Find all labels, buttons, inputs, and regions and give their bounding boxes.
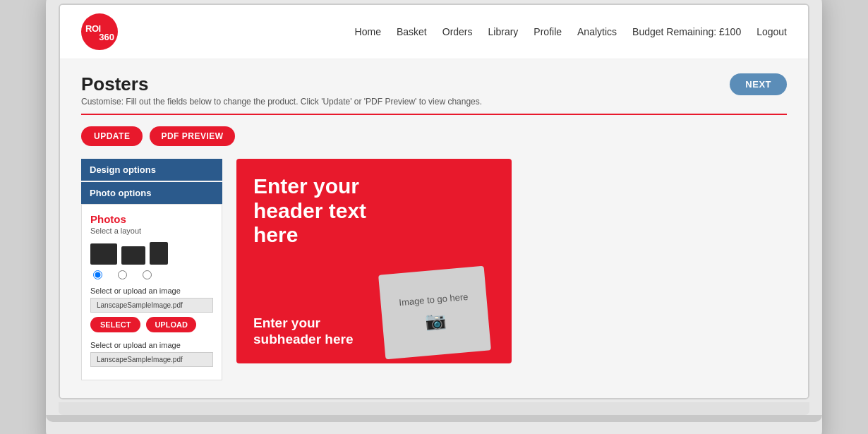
update-button[interactable]: UPDATE [81,126,143,146]
nav-profile-link[interactable]: Profile [534,26,562,37]
pdf-preview-button[interactable]: PDF PREVIEW [150,126,234,146]
select-upload-label-1: Select or upload an image [90,287,213,295]
poster-preview: Enter your header text here Enter your s… [236,159,512,363]
layout-thumb-double[interactable] [121,246,145,265]
page-subtitle: Customise: Fill out the fields below to … [81,97,482,107]
roi360-logo: ROI 360 [81,13,118,50]
logo-container: ROI 360 [81,13,118,50]
radio-layout-3[interactable] [143,270,152,279]
laptop-frame: ROI 360 Home Basket Orders Library Profi… [46,0,822,434]
layout-thumb-single[interactable] [90,243,117,265]
photo-options-header: Photo options [81,182,222,204]
design-options-header: Design options [81,159,222,181]
main-content-area: Posters Customise: Fill out the fields b… [60,59,808,398]
poster-image-placeholder-text: Image to go here [399,291,469,308]
photos-panel: Photos Select a layout Select or u [81,204,222,380]
action-buttons-row: UPDATE PDF PREVIEW [81,126,787,146]
preview-area: Enter your header text here Enter your s… [236,159,787,380]
file-display-1: LanscapeSampleImage.pdf [90,298,213,313]
page-title: Posters [81,73,482,95]
file-display-2: LanscapeSampleImage.pdf [90,352,213,367]
layout-thumb-portrait[interactable] [150,242,168,265]
nav-home-link[interactable]: Home [355,26,381,37]
nav-orders-link[interactable]: Orders [442,26,473,37]
radio-layout-1[interactable] [93,270,102,279]
nav-library-link[interactable]: Library [488,26,519,37]
nav-budget-display: Budget Remaining: £100 [632,26,741,37]
laptop-base [46,415,822,422]
content-area: Design options Photo options Photos Sele… [81,159,787,380]
select-upload-btn-row-1: SELECT UPLOAD [90,317,213,332]
page-header-text: Posters Customise: Fill out the fields b… [81,73,482,107]
upload-button-1[interactable]: UPLOAD [146,317,195,332]
photos-heading: Photos [90,213,213,225]
camera-icon: 📷 [424,311,447,332]
select-upload-label-2: Select or upload an image [90,341,213,349]
main-nav: Home Basket Orders Library Profile Analy… [355,26,787,37]
poster-bottom-row: Enter your subheader here Image to go he… [253,270,495,348]
poster-subheader-text: Enter your subheader here [253,315,374,348]
logo-360-text: 360 [99,32,114,42]
nav-analytics-link[interactable]: Analytics [577,26,617,37]
laptop-screen: ROI 360 Home Basket Orders Library Profi… [59,4,809,399]
select-button-1[interactable]: SELECT [90,317,140,332]
radio-layout-2[interactable] [118,270,127,279]
nav-logout-link[interactable]: Logout [757,26,787,37]
sidebar: Design options Photo options Photos Sele… [81,159,222,380]
layout-radio-row [93,270,213,279]
page-header: Posters Customise: Fill out the fields b… [81,73,787,107]
nav-basket-link[interactable]: Basket [397,26,427,37]
select-layout-label: Select a layout [90,227,213,235]
poster-image-placeholder: Image to go here 📷 [378,266,491,360]
laptop-bottom-bezel [59,402,809,415]
navigation-bar: ROI 360 Home Basket Orders Library Profi… [60,5,808,59]
red-divider [81,114,787,115]
next-button[interactable]: NEXT [730,73,787,95]
layout-options [90,242,213,265]
poster-header-text: Enter your header text here [253,174,389,248]
